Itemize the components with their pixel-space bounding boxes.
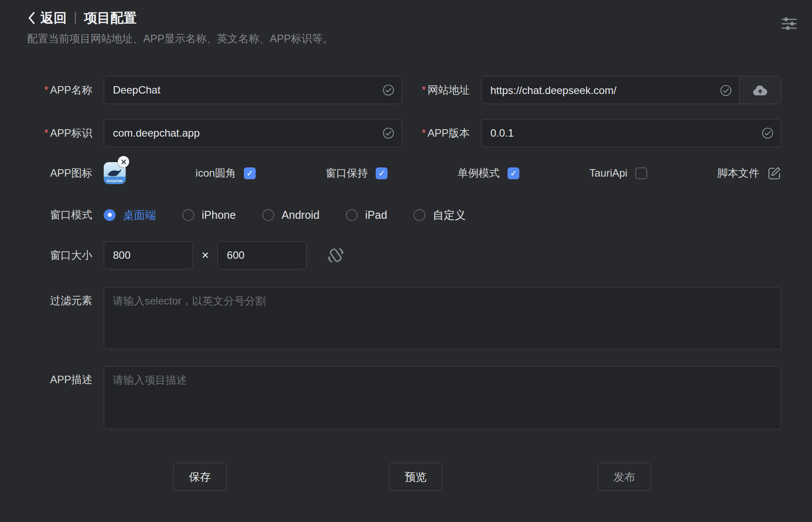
radio-desktop[interactable]: 桌面端 <box>104 208 156 222</box>
app-name-input[interactable] <box>104 76 402 104</box>
toggle-single-instance: 单例模式 ✓ <box>457 166 519 180</box>
radio-iphone[interactable]: iPhone <box>182 209 236 221</box>
height-input-wrap <box>218 241 307 269</box>
row-app-icon-toggles: APP图标 DeepChat <box>27 162 781 184</box>
radio-icon <box>346 209 358 221</box>
page-title: 项目配置 <box>84 9 137 27</box>
title-divider <box>75 11 76 25</box>
toggle-label: 窗口保持 <box>326 166 368 180</box>
toggle-window-keep: 窗口保持 ✓ <box>326 166 388 180</box>
row-window-size: 窗口大小 × <box>27 241 781 269</box>
edit-square-icon[interactable] <box>767 166 781 180</box>
window-mode-label: 窗口模式 <box>27 208 92 221</box>
radio-icon <box>413 209 425 221</box>
svg-text:DeepChat: DeepChat <box>107 179 123 183</box>
description-label: APP描述 <box>27 366 92 386</box>
app-id-label: *APP标识 <box>27 127 92 140</box>
row-filter: 过滤元素 <box>27 287 781 349</box>
toggle-icon-radius: icon圆角 ✓ <box>196 166 256 180</box>
row-app-id-version: *APP标识 *APP版本 <box>27 119 781 147</box>
page-subtitle: 配置当前项目网站地址、APP显示名称、英文名称、APP标识等。 <box>27 32 785 45</box>
site-url-label: *网站地址 <box>402 83 481 97</box>
filter-textarea[interactable] <box>104 287 781 349</box>
circle-check-icon <box>761 127 774 139</box>
radio-icon <box>182 209 194 221</box>
window-size-label: 窗口大小 <box>27 249 92 262</box>
action-buttons: 保存 预览 发布 <box>27 463 781 491</box>
toggle-tauri-api: TauriApi <box>589 167 647 179</box>
toggle-label: TauriApi <box>589 167 627 179</box>
check-icon: ✓ <box>510 169 517 178</box>
window-keep-checkbox[interactable]: ✓ <box>376 167 388 179</box>
chevron-left-icon <box>27 11 37 25</box>
app-id-input-wrap <box>104 119 402 147</box>
width-input-wrap <box>104 241 193 269</box>
radio-ipad[interactable]: iPad <box>346 209 387 221</box>
toggle-label: icon圆角 <box>196 166 236 180</box>
row-description: APP描述 <box>27 366 781 429</box>
back-button[interactable]: 返回 <box>27 9 67 27</box>
radio-icon <box>262 209 274 221</box>
preview-button[interactable]: 预览 <box>389 463 442 491</box>
app-id-input[interactable] <box>104 120 402 147</box>
circle-check-icon <box>382 127 395 139</box>
app-version-label: *APP版本 <box>402 126 481 140</box>
height-input[interactable] <box>218 242 372 269</box>
radio-android[interactable]: Android <box>262 209 319 221</box>
single-instance-checkbox[interactable]: ✓ <box>508 167 519 179</box>
radio-icon <box>104 209 116 221</box>
circle-check-icon <box>382 84 395 96</box>
project-config-form: *APP名称 *网站地址 <box>0 76 812 491</box>
back-label: 返回 <box>40 9 67 27</box>
description-textarea[interactable] <box>104 366 781 429</box>
icon-radius-checkbox[interactable]: ✓ <box>244 167 256 179</box>
toggle-label: 单例模式 <box>457 166 500 180</box>
publish-button[interactable]: 发布 <box>598 463 651 491</box>
script-file-group: 脚本文件 <box>717 166 781 180</box>
cloud-upload-icon <box>753 84 768 96</box>
cloud-upload-button[interactable] <box>739 76 781 104</box>
sliders-icon[interactable] <box>781 16 797 32</box>
radio-custom[interactable]: 自定义 <box>413 208 466 222</box>
titlebar: 返回 项目配置 <box>27 8 785 28</box>
site-url-group <box>481 76 781 104</box>
app-name-label: *APP名称 <box>27 83 92 97</box>
row-window-mode: 窗口模式 桌面端 iPhone Android iPad <box>27 206 781 224</box>
script-file-label: 脚本文件 <box>717 166 759 180</box>
check-icon: ✓ <box>378 169 385 178</box>
row-app-name-site: *APP名称 *网站地址 <box>27 76 781 104</box>
filter-label: 过滤元素 <box>27 287 92 307</box>
tauri-api-checkbox[interactable] <box>635 167 647 179</box>
close-icon[interactable] <box>118 156 129 167</box>
app-icon-thumb[interactable]: DeepChat <box>104 162 126 184</box>
app-version-input[interactable] <box>482 120 781 147</box>
site-url-input-wrap <box>482 76 739 105</box>
app-name-input-wrap <box>104 76 402 104</box>
window-mode-radio-group: 桌面端 iPhone Android iPad 自定义 <box>104 208 466 222</box>
app-version-input-wrap <box>481 119 781 147</box>
site-url-input[interactable] <box>482 76 739 105</box>
check-icon: ✓ <box>246 169 254 178</box>
page-header: 返回 项目配置 配置当前项目网站地址、APP显示名称、英文名称、APP标识等。 <box>0 0 812 45</box>
save-button[interactable]: 保存 <box>173 463 227 491</box>
app-icon-label: APP图标 <box>27 167 92 180</box>
circle-check-icon <box>720 84 732 97</box>
